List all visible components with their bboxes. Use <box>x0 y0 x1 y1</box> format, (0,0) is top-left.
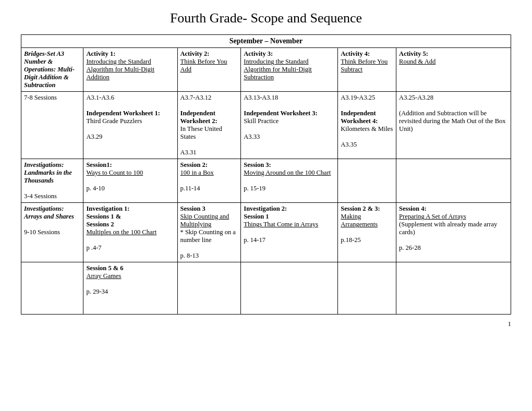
session56-cell: Session 5 & 6 Array Games p. 29-34 <box>83 262 177 315</box>
empty2-cell <box>396 159 511 203</box>
empty6-cell <box>338 262 396 315</box>
main-table: September – November Bridges-Set A3Numbe… <box>21 34 511 315</box>
empty1-cell <box>338 159 396 203</box>
session4-cell: Session 4: Preparing A Set of Arrays (Su… <box>396 203 511 262</box>
page-title: Fourth Grade- Scope and Sequence <box>21 10 511 26</box>
activity4-cell: Activity 4: Think Before You Subtract <box>338 48 396 92</box>
session3-cell: Session 3: Moving Around on the 100 Char… <box>241 159 338 203</box>
activity5-cell: Activity 5: Round & Add <box>396 48 511 92</box>
investigations1-label: Investigations:Landmarks in the Thousand… <box>21 159 83 203</box>
session2-cell: Session 2: 100 in a Box p.11-14 <box>177 159 241 203</box>
section-header: September – November <box>21 35 511 48</box>
activity2-cell: Activity 2: Think Before You Add <box>177 48 241 92</box>
worksheet5-cell: A3.25-A3.28 (Addition and Subtraction wi… <box>396 92 511 159</box>
empty7-cell <box>396 262 511 315</box>
sessions-cell: 7-8 Sessions <box>21 92 83 159</box>
empty3-cell <box>21 262 83 315</box>
empty5-cell <box>241 262 338 315</box>
investigations2-label: Investigations:Arrays and Shares 9-10 Se… <box>21 203 83 262</box>
table-row: Session 5 & 6 Array Games p. 29-34 <box>21 262 511 315</box>
worksheet3-cell: A3.13-A3.18 Independent Worksheet 3: Ski… <box>241 92 338 159</box>
bridges-label: Bridges-Set A3Number &Operations: Multi-… <box>21 48 83 92</box>
page-number: 1 <box>21 320 511 328</box>
session3-arrays-cell: Session 3 Skip Counting and Multiplying … <box>177 203 241 262</box>
table-row: Investigations:Arrays and Shares 9-10 Se… <box>21 203 511 262</box>
worksheet1-cell: A3.1-A3.6 Independent Worksheet 1: Third… <box>83 92 177 159</box>
worksheet2-cell: A3.7-A3.12 Independent Worksheet 2: In T… <box>177 92 241 159</box>
activity3-cell: Activity 3: Introducing the Standard Alg… <box>241 48 338 92</box>
empty4-cell <box>177 262 241 315</box>
worksheet4-cell: A3.19-A3.25 Independent Worksheet 4: Kil… <box>338 92 396 159</box>
investigation2-cell: Investigation 2:Session 1 Things That Co… <box>241 203 338 262</box>
table-row: 7-8 Sessions A3.1-A3.6 Independent Works… <box>21 92 511 159</box>
table-row: Bridges-Set A3Number &Operations: Multi-… <box>21 48 511 92</box>
investigation1-cell: Investigation 1:Sessions 1 &Sessions 2 M… <box>83 203 177 262</box>
session23-cell: Session 2 & 3: Making Arrangements p.18-… <box>338 203 396 262</box>
table-row: Investigations:Landmarks in the Thousand… <box>21 159 511 203</box>
session1-cell: Session1: Ways to Count to 100 p. 4-10 <box>83 159 177 203</box>
activity1-cell: Activity 1: Introducing the Standard Alg… <box>83 48 177 92</box>
